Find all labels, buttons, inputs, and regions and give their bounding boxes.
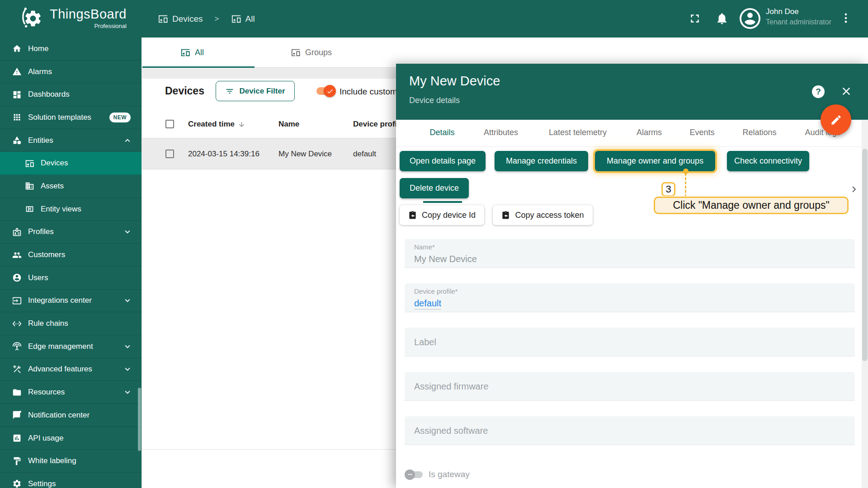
panel-scrollbar[interactable]	[862, 120, 868, 488]
breadcrumb-devices[interactable]: Devices	[158, 14, 203, 24]
person-circle-icon	[12, 273, 22, 282]
sidebar-scrollbar[interactable]	[138, 388, 141, 451]
folder-icon	[12, 388, 22, 397]
sidebar-item-solution-templates[interactable]: Solution templatesNEW	[0, 106, 142, 129]
breadcrumb-separator: >	[215, 14, 219, 23]
panel-active-tab-underline	[423, 201, 462, 203]
annotation-tooltip: Click "Manage owner and groups"	[654, 197, 849, 214]
new-badge: NEW	[109, 113, 131, 122]
manage-owner-and-groups-button[interactable]: Manage owner and groups	[595, 151, 715, 171]
help-icon[interactable]: ?	[812, 85, 825, 98]
filter-icon	[225, 87, 234, 96]
home-icon	[12, 44, 22, 53]
column-name[interactable]: Name	[278, 120, 299, 129]
sidebar-item-home[interactable]: Home	[0, 38, 142, 61]
notifications-bell-icon[interactable]	[715, 12, 729, 25]
paint-icon	[12, 456, 22, 466]
ethernet-icon	[12, 319, 22, 328]
scrollbar-thumb[interactable]	[862, 149, 868, 361]
sidebar-item-devices[interactable]: Devices	[0, 152, 142, 175]
category-icon	[12, 136, 22, 145]
bar-chart-icon	[12, 433, 22, 443]
tab-all[interactable]: All	[180, 38, 204, 67]
sidebar-item-api-usage[interactable]: API usage	[0, 427, 142, 450]
top-bar: ThingsBoard Professional Devices > All J…	[0, 0, 868, 38]
chevron-down-icon	[123, 342, 132, 352]
tab-attributes[interactable]: Attributes	[484, 120, 518, 145]
label-field[interactable]: Label	[405, 328, 855, 357]
sidebar-item-notification-center[interactable]: Notification center	[0, 404, 142, 427]
cell-name: My New Device	[278, 150, 332, 159]
include-customers-toggle[interactable]	[316, 85, 336, 98]
delete-device-button[interactable]: Delete device	[400, 178, 469, 198]
chevron-up-icon	[123, 136, 132, 145]
apps-grid-icon	[12, 113, 22, 122]
device-profile-link[interactable]: default	[414, 298, 441, 310]
entity-tab-bar: All Groups	[142, 38, 868, 68]
copy-access-token-button[interactable]: Copy access token	[493, 205, 593, 225]
thingsboard-logo-icon	[21, 6, 45, 31]
avatar[interactable]	[740, 8, 760, 29]
breadcrumb-all[interactable]: All	[231, 14, 255, 24]
warning-icon	[12, 67, 22, 76]
cell-created-time: 2024-03-15 14:39:16	[188, 150, 259, 159]
select-all-checkbox[interactable]	[165, 120, 174, 128]
is-gateway-label: Is gateway	[429, 469, 470, 479]
sidebar-item-advanced-features[interactable]: Advanced features	[0, 358, 142, 381]
tab-alarms[interactable]: Alarms	[637, 120, 662, 145]
copy-device-id-button[interactable]: Copy device Id	[400, 205, 484, 225]
sidebar-item-customers[interactable]: Customers	[0, 244, 142, 267]
row-checkbox[interactable]	[165, 150, 174, 158]
toggle-thumb	[324, 85, 336, 97]
sidebar-item-users[interactable]: Users	[0, 267, 142, 290]
kebab-menu-icon[interactable]	[840, 12, 852, 24]
chevron-down-icon	[123, 296, 132, 305]
app-name: ThingsBoard	[50, 8, 127, 21]
panel-header: My New Device Device details ?	[396, 64, 868, 120]
sidebar-item-profiles[interactable]: Profiles	[0, 221, 142, 244]
app-logo[interactable]: ThingsBoard Professional	[21, 6, 127, 31]
sidebar-item-edge-management[interactable]: Edge management	[0, 335, 142, 358]
sidebar-item-entities[interactable]: Entities	[0, 129, 142, 152]
tab-events[interactable]: Events	[689, 120, 714, 145]
assigned-firmware-placeholder: Assigned firmware	[414, 372, 489, 401]
edit-fab-button[interactable]	[821, 104, 851, 135]
view-quilt-icon	[25, 204, 34, 214]
chevron-down-icon	[123, 364, 132, 374]
sidebar-item-resources[interactable]: Resources	[0, 381, 142, 404]
tab-groups[interactable]: Groups	[291, 38, 332, 67]
assigned-software-field[interactable]: Assigned software	[405, 416, 855, 445]
chevron-down-icon	[123, 387, 132, 397]
column-created-time[interactable]: Created time	[188, 120, 245, 129]
assigned-firmware-field[interactable]: Assigned firmware	[405, 372, 855, 401]
sidebar-item-rule-chains[interactable]: Rule chains	[0, 312, 142, 335]
fullscreen-icon[interactable]	[688, 12, 702, 25]
tab-latest-telemetry[interactable]: Latest telemetry	[549, 120, 607, 145]
tabs-scroll-right-icon[interactable]	[848, 183, 860, 195]
people-icon	[12, 250, 22, 260]
devices-icon	[25, 159, 34, 168]
devices-icon	[231, 14, 241, 24]
is-gateway-toggle[interactable]: Is gateway	[406, 469, 470, 480]
sidebar-item-alarms[interactable]: Alarms	[0, 61, 142, 84]
name-field[interactable]: Name* My New Device	[405, 239, 855, 268]
device-filter-button[interactable]: Device Filter	[216, 81, 295, 101]
tab-details[interactable]: Details	[429, 120, 454, 145]
sidebar-item-assets[interactable]: Assets	[0, 175, 142, 198]
annotation-leader-line	[685, 173, 686, 197]
check-connectivity-button[interactable]: Check connectivity	[727, 151, 809, 171]
chevron-down-icon	[123, 227, 132, 237]
open-details-page-button[interactable]: Open details page	[400, 151, 486, 171]
sidebar-item-integrations-center[interactable]: Integrations center	[0, 290, 142, 313]
device-profile-field[interactable]: Device profile* default	[405, 283, 855, 312]
manage-credentials-button[interactable]: Manage credentials	[495, 151, 588, 171]
sidebar-item-settings[interactable]: Settings	[0, 473, 142, 488]
sidebar-item-white-labeling[interactable]: White labeling	[0, 450, 142, 473]
close-icon[interactable]	[840, 85, 853, 98]
sidebar-item-entity-views[interactable]: Entity views	[0, 198, 142, 221]
sidebar-item-dashboards[interactable]: Dashboards	[0, 83, 142, 106]
sidebar: Home Alarms Dashboards Solution template…	[0, 38, 142, 488]
toggle-track	[406, 471, 423, 478]
name-field-label: Name*	[414, 243, 855, 251]
tab-relations[interactable]: Relations	[742, 120, 776, 145]
